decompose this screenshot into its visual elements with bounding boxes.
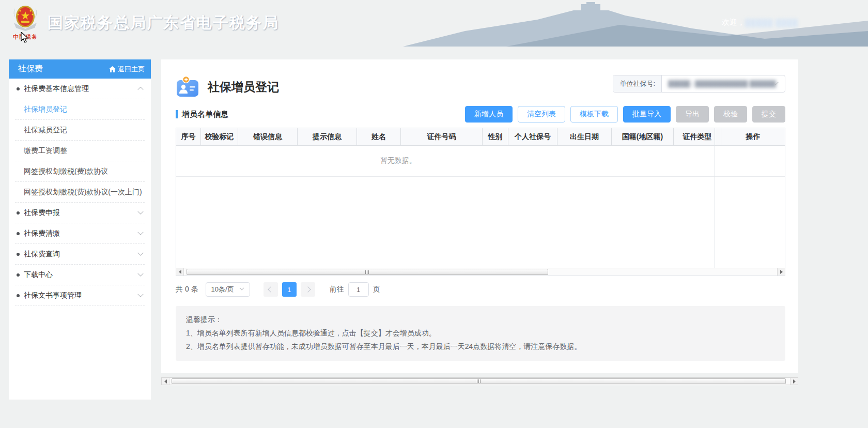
- page-size-value: 10条/页: [211, 285, 234, 294]
- welcome-label: 欢迎，: [722, 18, 745, 27]
- section-title: 增员名单信息: [176, 110, 228, 119]
- notice-line-2: 2、增员名单列表提供暂存功能，未成功增员数据可暂存至本月最后一天，本月最后一天2…: [186, 340, 775, 353]
- chevron-down-icon: [137, 250, 143, 255]
- sidebar-header: 社保费 返回主页: [9, 59, 151, 79]
- sidebar-subitem-label: 社保减员登记: [24, 126, 145, 135]
- sidebar-subitem-zengyuan[interactable]: 社保增员登记: [15, 99, 145, 120]
- return-home-button[interactable]: 返回主页: [109, 65, 145, 74]
- notice-title: 温馨提示：: [186, 313, 775, 326]
- chevron-left-icon: [268, 286, 273, 292]
- sidebar-subitem-label: 网签授权划缴税(费)款协议: [24, 167, 145, 176]
- export-button[interactable]: 导出: [676, 106, 709, 123]
- col-header-cuowu-xinxi: 错误信息: [238, 128, 298, 145]
- total-count: 共 0 条: [176, 285, 198, 294]
- clear-list-button[interactable]: 清空列表: [518, 106, 565, 123]
- bullet-icon: [17, 273, 20, 277]
- chevron-down-icon: [239, 286, 243, 290]
- sidebar-item-chaxun[interactable]: 社保费查询: [15, 244, 145, 265]
- scroll-right-button[interactable]: [777, 268, 785, 276]
- chevron-right-icon: [305, 286, 311, 292]
- main-panel: 社保增员登记 单位社保号: █████ | ████████████ █████…: [161, 59, 798, 373]
- national-emblem-icon: [11, 3, 40, 33]
- page-title: 社保增员登记: [208, 79, 613, 95]
- welcome-area: 欢迎， █████ ████: [722, 18, 798, 27]
- sidebar-item-shebaofei-jiben[interactable]: 社保费基本信息管理: [15, 79, 145, 99]
- username-masked: █████ ████: [745, 19, 798, 27]
- col-header-guoji: 国籍(地区籍): [612, 128, 674, 145]
- col-header-jiaoyan-biaoji: 校验标记: [201, 128, 238, 145]
- member-list-table: 序号 校验标记 错误信息 提示信息 姓名 证件号码 性别 个人社保号 出生日期 …: [176, 128, 785, 276]
- sidebar-title: 社保费: [18, 64, 109, 74]
- sidebar-item-qingjiao[interactable]: 社保费清缴: [15, 223, 145, 244]
- page-unit-label: 页: [373, 285, 380, 294]
- scrollbar-track[interactable]: [184, 268, 777, 276]
- sidebar-subitem-label: 社保增员登记: [24, 105, 145, 114]
- triangle-left-icon: [162, 379, 167, 384]
- scroll-right-button[interactable]: [790, 378, 798, 385]
- grip-icon: [365, 270, 366, 274]
- unit-select-value: █████ | ████████████ ██████: [662, 75, 785, 92]
- col-header-tishi-xinxi: 提示信息: [298, 128, 357, 145]
- grip-icon: [478, 379, 479, 383]
- table-empty-row: 暂无数据。: [176, 146, 785, 177]
- app-header: 中国税务 国家税务总局广东省电子税务局 欢迎， █████ ████: [0, 0, 868, 47]
- fixed-column-separator: [715, 128, 715, 268]
- bullet-icon: [17, 87, 20, 90]
- chevron-down-icon: [137, 208, 143, 214]
- empty-data-text: 暂无数据。: [380, 156, 416, 165]
- verify-button[interactable]: 校验: [714, 106, 747, 123]
- col-header-zhengjian-haoma: 证件号码: [401, 128, 483, 145]
- bullet-icon: [17, 232, 20, 235]
- table-body-blank: [176, 177, 785, 268]
- add-person-button[interactable]: 新增人员: [465, 106, 513, 123]
- triangle-right-icon: [780, 270, 785, 274]
- sidebar-subitem-wangqian-xieyi[interactable]: 网签授权划缴税(费)款协议: [15, 161, 145, 182]
- sidebar-subitem-label: 缴费工资调整: [24, 146, 145, 156]
- table-horizontal-scrollbar: [176, 268, 785, 276]
- notice-box: 温馨提示： 1、增员名单列表所有新增人员信息都校验通过，点击【提交】才会增员成功…: [176, 306, 785, 361]
- sidebar-menu: 社保费基本信息管理 社保增员登记 社保减员登记 缴费工资调整 网签授权划缴税(费…: [9, 79, 151, 306]
- scrollbar-thumb[interactable]: [187, 269, 548, 275]
- goto-page-input[interactable]: [348, 282, 369, 297]
- bullet-icon: [17, 211, 20, 215]
- chevron-down-icon: [137, 291, 143, 297]
- mouse-cursor-icon: [21, 32, 30, 43]
- goto-label: 前往: [330, 285, 344, 294]
- batch-import-button[interactable]: 批量导入: [623, 106, 671, 123]
- col-header-xingming: 姓名: [357, 128, 401, 145]
- next-page-button[interactable]: [301, 282, 315, 297]
- grip-icon: [368, 270, 369, 274]
- scrollbar-thumb[interactable]: [172, 378, 786, 384]
- scroll-left-button[interactable]: [162, 378, 169, 385]
- prev-page-button[interactable]: [264, 282, 278, 297]
- section-title-text: 增员名单信息: [182, 110, 228, 119]
- chevron-down-icon: [137, 229, 143, 235]
- sidebar-subitem-jianyuan[interactable]: 社保减员登记: [15, 120, 145, 141]
- page-size-select[interactable]: 10条/页: [206, 282, 250, 297]
- sidebar-item-label: 社保文书事项管理: [24, 291, 138, 300]
- add-person-page-icon: [176, 76, 199, 98]
- sidebar-subitem-gongzi-tiaozheng[interactable]: 缴费工资调整: [15, 141, 145, 161]
- sidebar-item-shenbao[interactable]: 社保费申报: [15, 203, 145, 223]
- current-page-button[interactable]: 1: [282, 282, 297, 297]
- grip-icon: [367, 270, 367, 274]
- col-header-xingbie: 性别: [483, 128, 508, 145]
- sidebar-item-wenshu[interactable]: 社保文书事项管理: [15, 285, 145, 306]
- great-wall-background: [403, 0, 868, 47]
- sidebar-item-label: 社保费基本信息管理: [24, 84, 138, 94]
- scroll-left-button[interactable]: [176, 268, 184, 276]
- sidebar-subitem-wangqian-xieyi-yici[interactable]: 网签授权划缴税(费)款协议(一次上门): [15, 182, 145, 203]
- col-header-geren-shebaohao: 个人社保号: [508, 128, 557, 145]
- sidebar: 社保费 返回主页 社保费基本信息管理 社保增员登记 社保减员登记 缴费工资调整: [9, 59, 151, 400]
- submit-button[interactable]: 提交: [752, 106, 785, 123]
- sidebar-subitem-label: 网签授权划缴税(费)款协议(一次上门): [24, 188, 145, 197]
- table-header-row: 序号 校验标记 错误信息 提示信息 姓名 证件号码 性别 个人社保号 出生日期 …: [176, 128, 785, 146]
- scrollbar-track[interactable]: [169, 378, 790, 385]
- site-title: 国家税务总局广东省电子税务局: [48, 12, 279, 34]
- unit-social-security-select[interactable]: 单位社保号: █████ | ████████████ ██████: [613, 75, 785, 93]
- unit-select-label: 单位社保号:: [613, 75, 662, 92]
- sidebar-item-xiazai[interactable]: 下载中心: [15, 265, 145, 285]
- chevron-down-icon: [137, 270, 143, 276]
- sidebar-item-label: 社保费申报: [24, 208, 138, 218]
- template-download-button[interactable]: 模板下载: [570, 106, 618, 123]
